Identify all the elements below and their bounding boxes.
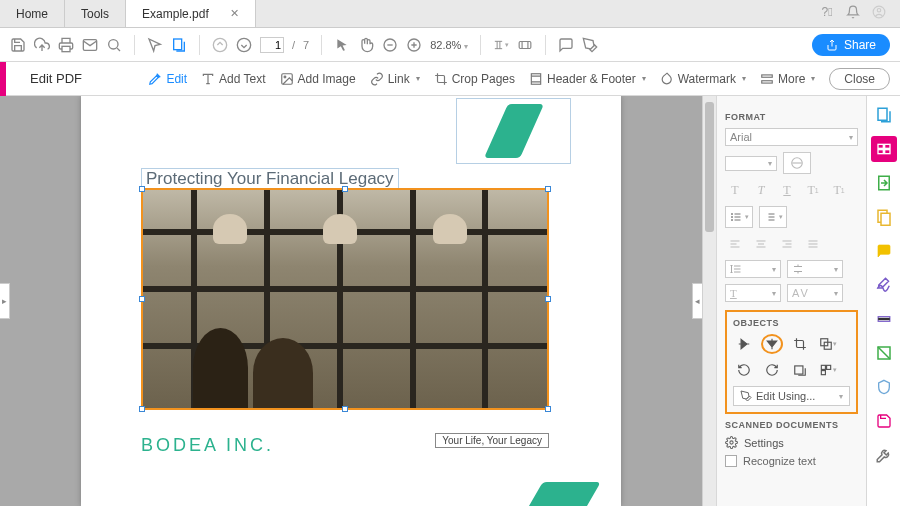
superscript-icon[interactable]: T1: [803, 180, 823, 200]
flip-vertical-icon[interactable]: [733, 334, 755, 354]
zoom-level[interactable]: 82.8% ▾: [430, 39, 468, 51]
char-spacing-select[interactable]: AV: [787, 284, 843, 302]
collapse-left-icon[interactable]: ▸: [0, 283, 10, 319]
line-spacing-select[interactable]: [725, 260, 781, 278]
add-image-button[interactable]: Add Image: [280, 72, 356, 86]
crop-image-icon[interactable]: [789, 334, 811, 354]
rail-comment-icon[interactable]: [871, 238, 897, 264]
align-justify-icon[interactable]: [803, 234, 823, 254]
rotate-cw-icon[interactable]: [761, 360, 783, 380]
page-up-icon[interactable]: [212, 37, 228, 53]
bell-icon[interactable]: [846, 5, 860, 22]
tab-tools-label: Tools: [81, 7, 109, 21]
edit-pdf-indicator: [0, 62, 6, 96]
photo-content: [143, 190, 547, 408]
help-icon[interactable]: ?⃝: [820, 5, 834, 19]
close-tab-icon[interactable]: ✕: [230, 7, 239, 20]
page-heading[interactable]: Protecting Your Financial Legacy: [141, 168, 399, 190]
cloud-upload-icon[interactable]: [34, 37, 50, 53]
crop-pages-button[interactable]: Crop Pages: [434, 72, 515, 86]
underline-icon[interactable]: T: [777, 180, 797, 200]
fit-width-icon[interactable]: ▾: [493, 37, 509, 53]
recognize-text-checkbox[interactable]: Recognize text: [725, 455, 858, 467]
font-family-select[interactable]: Arial: [725, 128, 858, 146]
tab-home[interactable]: Home: [0, 0, 65, 27]
font-size-select[interactable]: [725, 156, 777, 171]
svg-rect-14: [762, 74, 773, 76]
rail-create-icon[interactable]: [871, 102, 897, 128]
tagline-text[interactable]: Your Life, Your Legacy: [435, 433, 549, 448]
tab-tools[interactable]: Tools: [65, 0, 126, 27]
company-name[interactable]: BODEA INC.: [141, 435, 274, 456]
watermark-button[interactable]: Watermark: [660, 72, 746, 86]
format-panel: FORMAT Arial T T T T1 T1 ▾ ▾ T: [716, 96, 866, 506]
comment-icon[interactable]: [558, 37, 574, 53]
rail-organize-icon[interactable]: [871, 204, 897, 230]
print-icon[interactable]: [58, 37, 74, 53]
collapse-right-icon[interactable]: ◂: [692, 283, 702, 319]
logo-placeholder[interactable]: [456, 98, 571, 164]
selection-tool-icon[interactable]: [147, 37, 163, 53]
selected-image[interactable]: [141, 188, 549, 410]
bullet-list-icon[interactable]: ▾: [725, 206, 753, 228]
rotate-ccw-icon[interactable]: [733, 360, 755, 380]
pointer-icon[interactable]: [334, 37, 350, 53]
svg-rect-31: [884, 150, 889, 154]
edit-using-button[interactable]: Edit Using...: [733, 386, 850, 406]
rail-sign-icon[interactable]: [871, 272, 897, 298]
color-picker[interactable]: [783, 152, 811, 174]
hand-icon[interactable]: [358, 37, 374, 53]
rail-redact-icon[interactable]: [871, 306, 897, 332]
mail-icon[interactable]: [82, 37, 98, 53]
replace-image-icon[interactable]: [789, 360, 811, 380]
align-objects-icon[interactable]: ▾: [817, 360, 839, 380]
link-button[interactable]: Link: [370, 72, 420, 86]
document-canvas[interactable]: ▸ Protecting Your Financial Legacy Your …: [0, 96, 702, 506]
italic-icon[interactable]: T: [751, 180, 771, 200]
align-center-icon[interactable]: [751, 234, 771, 254]
profile-icon[interactable]: [872, 5, 886, 22]
read-mode-icon[interactable]: [517, 37, 533, 53]
rail-save-web-icon[interactable]: [871, 408, 897, 434]
align-right-icon[interactable]: [777, 234, 797, 254]
bold-icon[interactable]: T: [725, 180, 745, 200]
svg-rect-13: [531, 73, 540, 84]
horizontal-scale-select[interactable]: T: [725, 284, 781, 302]
zoom-in-icon[interactable]: [406, 37, 422, 53]
add-text-button[interactable]: Add Text: [201, 72, 265, 86]
svg-rect-30: [878, 150, 883, 154]
rail-stamp-icon[interactable]: [871, 340, 897, 366]
more-button[interactable]: More: [760, 72, 815, 86]
header-footer-button[interactable]: Header & Footer: [529, 72, 646, 86]
rail-edit-icon[interactable]: [871, 136, 897, 162]
save-icon[interactable]: [10, 37, 26, 53]
share-button[interactable]: Share: [812, 34, 890, 56]
subscript-icon[interactable]: T1: [829, 180, 849, 200]
settings-button[interactable]: Settings: [725, 436, 858, 449]
zoom-out-icon[interactable]: [382, 37, 398, 53]
edit-pdf-toolbar: Edit PDF Edit Add Text Add Image Link Cr…: [0, 62, 900, 96]
arrange-icon[interactable]: ▾: [817, 334, 839, 354]
close-button[interactable]: Close: [829, 68, 890, 90]
share-label: Share: [844, 38, 876, 52]
rail-more-tools-icon[interactable]: [871, 442, 897, 468]
page-thumbnails-icon[interactable]: [171, 37, 187, 53]
numbered-list-icon[interactable]: ▾: [759, 206, 787, 228]
svg-rect-10: [520, 41, 532, 48]
align-left-icon[interactable]: [725, 234, 745, 254]
search-icon[interactable]: [106, 37, 122, 53]
page-down-icon[interactable]: [236, 37, 252, 53]
highlight-icon[interactable]: [582, 37, 598, 53]
svg-point-19: [732, 220, 733, 221]
flip-horizontal-icon[interactable]: [761, 334, 783, 354]
page-number-input[interactable]: [260, 37, 284, 53]
svg-point-6: [213, 38, 226, 51]
paragraph-spacing-select[interactable]: [787, 260, 843, 278]
vertical-scrollbar[interactable]: [702, 96, 716, 506]
rail-protect-icon[interactable]: [871, 374, 897, 400]
edit-button[interactable]: Edit: [148, 72, 187, 86]
tab-document[interactable]: Example.pdf ✕: [126, 0, 256, 27]
tab-document-label: Example.pdf: [142, 7, 209, 21]
svg-rect-28: [878, 144, 883, 148]
rail-export-icon[interactable]: [871, 170, 897, 196]
